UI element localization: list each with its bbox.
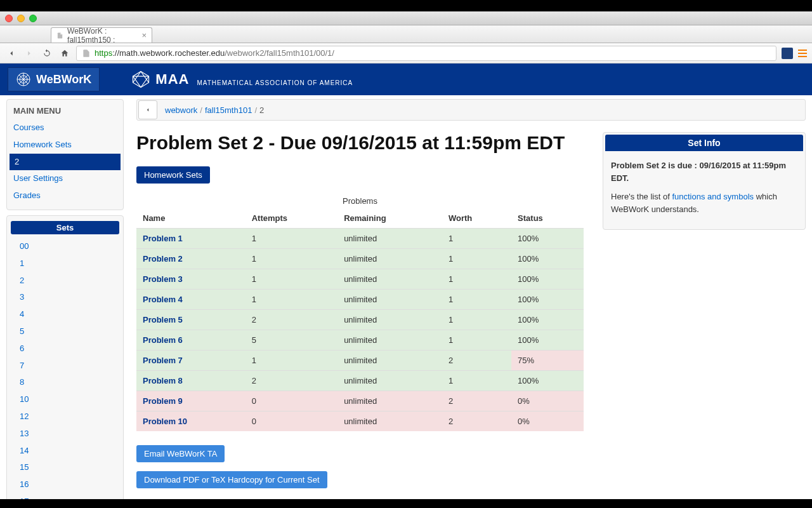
sidebar-set-7[interactable]: 7 — [7, 358, 123, 375]
cell-status: 100% — [511, 371, 584, 391]
nav-back-button[interactable] — [5, 47, 18, 60]
sidebar-set-10[interactable]: 10 — [7, 391, 123, 408]
cell-status: 100% — [511, 290, 584, 310]
window-close-icon[interactable] — [5, 15, 13, 22]
maa-subtitle: MATHEMATICAL ASSOCIATION OF AMERICA — [197, 79, 353, 86]
sidebar-item-homework-sets[interactable]: Homework Sets — [7, 137, 123, 154]
problem-link[interactable]: Problem 8 — [143, 376, 183, 385]
sidebar-set-14[interactable]: 14 — [7, 443, 123, 460]
nav-reload-button[interactable] — [41, 47, 53, 60]
url-path: /webwork2/fall15mth101/00/1/ — [225, 48, 334, 58]
browser-tab-strip: WeBWorK : fall15mth150 : × — [0, 25, 812, 43]
cell-attempts: 0 — [246, 411, 337, 432]
cell-worth: 1 — [442, 269, 511, 290]
chevron-left-icon — [145, 106, 151, 114]
problem-link[interactable]: Problem 10 — [143, 417, 187, 426]
cell-worth: 1 — [442, 229, 511, 249]
window-minimize-icon[interactable] — [17, 15, 25, 22]
sidebar-set-6[interactable]: 6 — [7, 340, 123, 358]
cell-remaining: unlimited — [337, 371, 442, 391]
window-maximize-icon[interactable] — [29, 15, 37, 22]
cell-attempts: 1 — [246, 269, 337, 290]
download-hardcopy-button[interactable]: Download PDF or TeX Hardcopy for Current… — [136, 471, 327, 488]
cell-worth: 1 — [442, 290, 511, 310]
table-row: Problem 90unlimited20% — [136, 391, 584, 411]
address-bar[interactable]: https://math.webwork.rochester.edu/webwo… — [76, 46, 776, 61]
cell-attempts: 1 — [246, 290, 337, 310]
breadcrumb-link-fall15mth101[interactable]: fall15mth101 — [205, 105, 252, 115]
breadcrumb-back-button[interactable] — [138, 100, 157, 119]
cell-status: 100% — [511, 330, 584, 351]
cell-attempts: 1 — [246, 249, 337, 269]
sidebar-set-5[interactable]: 5 — [7, 323, 123, 340]
spider-icon — [16, 72, 31, 87]
breadcrumb-separator: / — [254, 105, 257, 115]
sidebar-item-courses[interactable]: Courses — [7, 119, 123, 137]
sets-panel: Sets 001234567810121314151617 — [6, 215, 124, 508]
breadcrumb-separator: / — [200, 105, 202, 115]
sidebar-set-00[interactable]: 00 — [7, 238, 123, 255]
problem-link[interactable]: Problem 9 — [143, 396, 183, 406]
maa-logo[interactable]: MAA MATHEMATICAL ASSOCIATION OF AMERICA — [131, 70, 353, 89]
sidebar: MAIN MENU Courses Homework Sets 2 User S… — [6, 99, 124, 508]
cell-worth: 1 — [442, 330, 511, 351]
col-name: Name — [136, 208, 246, 229]
sidebar-set-16[interactable]: 16 — [7, 476, 123, 493]
email-ta-button[interactable]: Email WeBWorK TA — [136, 445, 225, 462]
sidebar-item-current-set[interactable]: 2 — [10, 154, 121, 171]
cell-status: 100% — [511, 269, 584, 290]
homework-sets-button[interactable]: Homework Sets — [136, 166, 210, 184]
problem-link[interactable]: Problem 7 — [143, 356, 183, 365]
main-menu-panel: MAIN MENU Courses Homework Sets 2 User S… — [6, 99, 124, 210]
webwork-logo[interactable]: WeBWorK — [8, 67, 100, 91]
sidebar-set-12[interactable]: 12 — [7, 408, 123, 425]
browser-tab[interactable]: WeBWorK : fall15mth150 : × — [51, 27, 152, 43]
problem-link[interactable]: Problem 3 — [143, 274, 183, 284]
col-remaining: Remaining — [337, 208, 442, 229]
cell-remaining: unlimited — [337, 290, 442, 310]
browser-menu-icon[interactable] — [798, 50, 807, 57]
sidebar-set-15[interactable]: 15 — [7, 459, 123, 476]
breadcrumb-link-webwork[interactable]: webwork — [165, 105, 197, 115]
table-row: Problem 82unlimited1100% — [136, 371, 584, 391]
maa-label: MAA — [155, 71, 189, 88]
sidebar-set-3[interactable]: 3 — [7, 289, 123, 306]
cell-attempts: 1 — [246, 351, 337, 371]
main-menu-heading: MAIN MENU — [7, 105, 123, 119]
cell-remaining: unlimited — [337, 391, 442, 411]
nav-forward-button[interactable] — [23, 47, 36, 60]
sidebar-item-grades[interactable]: Grades — [7, 187, 123, 204]
problem-link[interactable]: Problem 1 — [143, 234, 183, 243]
sidebar-set-8[interactable]: 8 — [7, 374, 123, 391]
table-row: Problem 21unlimited1100% — [136, 249, 584, 269]
mac-titlebar — [0, 11, 812, 25]
functions-symbols-link[interactable]: functions and symbols — [672, 192, 754, 201]
page-favicon-icon — [56, 31, 63, 40]
problem-link[interactable]: Problem 4 — [143, 295, 183, 304]
problem-link[interactable]: Problem 5 — [143, 315, 183, 324]
sidebar-set-1[interactable]: 1 — [7, 255, 123, 272]
cell-status: 100% — [511, 310, 584, 330]
nav-home-button[interactable] — [58, 47, 71, 60]
page-icon — [82, 49, 91, 58]
extension-icon[interactable] — [782, 48, 793, 59]
tab-close-icon[interactable]: × — [141, 30, 147, 40]
cell-worth: 1 — [442, 310, 511, 330]
url-scheme: https — [95, 48, 112, 58]
set-info-panel: Set Info Problem Set 2 is due : 09/16/20… — [603, 132, 806, 230]
table-row: Problem 71unlimited275% — [136, 351, 584, 371]
browser-tab-title: WeBWorK : fall15mth150 : — [67, 27, 138, 44]
set-info-due: Problem Set 2 is due : 09/16/2015 at 11:… — [611, 161, 786, 183]
sidebar-item-user-settings[interactable]: User Settings — [7, 170, 123, 187]
problem-link[interactable]: Problem 6 — [143, 335, 183, 345]
cell-remaining: unlimited — [337, 310, 442, 330]
table-row: Problem 31unlimited1100% — [136, 269, 584, 290]
sidebar-set-4[interactable]: 4 — [7, 306, 123, 323]
cell-attempts: 0 — [246, 391, 337, 411]
sidebar-set-13[interactable]: 13 — [7, 425, 123, 443]
breadcrumb-current: 2 — [259, 105, 264, 115]
problem-link[interactable]: Problem 2 — [143, 254, 183, 264]
table-row: Problem 100unlimited20% — [136, 411, 584, 432]
sidebar-set-2[interactable]: 2 — [7, 272, 123, 290]
cell-worth: 2 — [442, 411, 511, 432]
